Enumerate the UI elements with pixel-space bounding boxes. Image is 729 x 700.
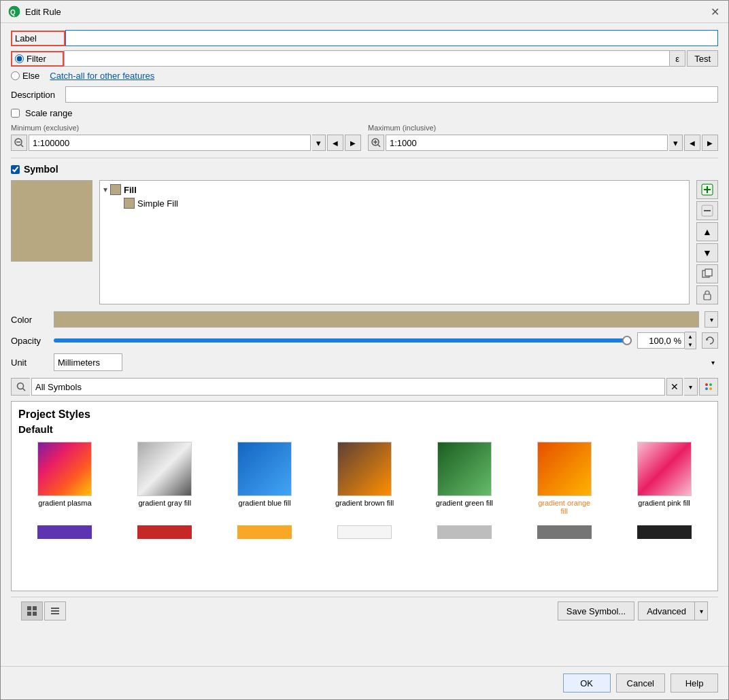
style-item-r2-dgray[interactable] — [518, 525, 611, 539]
svg-rect-24 — [33, 606, 37, 610]
else-radio[interactable] — [11, 71, 20, 80]
fill-label: Fill — [124, 185, 137, 195]
style-item-r2-red[interactable] — [118, 525, 211, 539]
filter-radio[interactable] — [15, 54, 24, 63]
advanced-wrap: Advanced ▾ — [638, 601, 708, 620]
svg-point-22 — [709, 387, 712, 390]
dialog-body: Label Filter ε Test Else Catch-all for o… — [1, 23, 728, 666]
separator1 — [11, 158, 718, 158]
label-input[interactable] — [65, 30, 718, 46]
maximum-scale-arrow2[interactable]: ▶ — [702, 135, 718, 151]
fill-color-preview — [110, 184, 121, 195]
style-item-r2-lgray[interactable] — [418, 525, 511, 539]
style-name-blue: gradient blue fill — [239, 499, 291, 507]
style-item-r2-purple[interactable] — [18, 525, 112, 539]
style-swatch-r2-black — [637, 525, 692, 539]
filter-label-wrap: Filter — [11, 51, 64, 67]
advanced-button[interactable]: Advanced — [638, 601, 694, 620]
zoom-in-button[interactable] — [368, 135, 384, 151]
scale-range-checkbox[interactable] — [11, 109, 20, 118]
maximum-scale-group: Maximum (inclusive) ▾ ◀ ▶ — [368, 124, 718, 151]
maximum-scale-dropdown[interactable]: ▾ — [669, 135, 683, 151]
help-button[interactable]: Help — [671, 673, 718, 693]
maximum-scale-arrow1[interactable]: ◀ — [684, 135, 700, 151]
zoom-out-button[interactable] — [11, 135, 27, 151]
style-manager-button[interactable] — [699, 378, 718, 396]
opacity-spin-down[interactable]: ▼ — [685, 340, 696, 349]
simple-fill-color-preview — [124, 198, 135, 209]
style-item-gray[interactable]: gradient gray fill — [118, 442, 211, 515]
test-button[interactable]: Test — [687, 50, 718, 67]
duplicate-button[interactable] — [696, 264, 718, 283]
style-item-blue[interactable]: gradient blue fill — [218, 442, 311, 515]
color-dropdown-button[interactable]: ▾ — [705, 311, 718, 328]
simple-fill-item: Simple Fill — [103, 198, 685, 209]
opacity-value-input[interactable] — [637, 332, 685, 349]
scale-range-row: Scale range — [11, 108, 718, 118]
style-swatch-r2-purple — [37, 525, 92, 539]
fill-expand-arrow[interactable]: ▾ — [103, 185, 107, 194]
minimum-scale-label: Minimum (exclusive) — [11, 124, 361, 132]
filter-input[interactable] — [64, 50, 669, 67]
minimum-scale-input-wrap: ▾ ◀ ▶ — [11, 135, 361, 151]
opacity-spin: ▲ ▼ — [685, 332, 696, 349]
opacity-slider[interactable] — [54, 338, 632, 343]
opacity-row: Opacity ▲ ▼ — [11, 332, 718, 349]
symbol-area: ▾ Fill Simple Fill ▲ ▼ — [11, 180, 718, 304]
minimum-scale-group: Minimum (exclusive) ▾ ◀ ▶ — [11, 124, 361, 151]
move-up-button[interactable]: ▲ — [696, 222, 718, 241]
style-swatch-r2-white — [337, 525, 392, 539]
style-swatch-r2-red — [137, 525, 192, 539]
scale-range-label: Scale range — [25, 108, 72, 118]
search-dropdown-button[interactable]: ▾ — [684, 378, 698, 396]
style-item-plasma[interactable]: gradient plasma — [18, 442, 112, 515]
search-symbols-row: ✕ ▾ — [11, 378, 718, 396]
svg-point-20 — [709, 383, 712, 386]
move-down-button[interactable]: ▼ — [696, 243, 718, 262]
symbol-tree: ▾ Fill Simple Fill — [99, 180, 690, 304]
lock-button[interactable] — [696, 285, 718, 304]
remove-symbol-button[interactable] — [696, 201, 718, 220]
unit-label: Unit — [11, 357, 48, 368]
save-symbol-button[interactable]: Save Symbol... — [558, 601, 634, 620]
simple-fill-label: Simple Fill — [137, 198, 178, 209]
maximum-scale-input[interactable] — [386, 135, 668, 151]
minimum-scale-dropdown[interactable]: ▾ — [312, 135, 326, 151]
opacity-reset-button[interactable] — [702, 332, 718, 349]
style-item-pink[interactable]: gradient pink fill — [617, 442, 711, 515]
dialog-title: Edit Rule — [25, 7, 61, 17]
style-item-brown[interactable]: gradient brown fill — [318, 442, 411, 515]
view-buttons — [21, 601, 66, 620]
cancel-button[interactable]: Cancel — [616, 673, 665, 693]
style-item-orange[interactable]: gradient orange fill — [518, 442, 611, 515]
qgis-logo-icon: Q — [7, 5, 21, 18]
color-swatch[interactable] — [54, 311, 699, 328]
unit-select[interactable]: Millimeters Pixels Points Inches Map uni… — [54, 353, 122, 371]
description-input[interactable] — [65, 86, 718, 103]
symbol-preview — [11, 180, 92, 262]
grid-view-button[interactable] — [21, 601, 43, 620]
style-item-r2-yellow[interactable] — [218, 525, 311, 539]
style-item-r2-white[interactable] — [318, 525, 411, 539]
minimum-scale-input[interactable] — [29, 135, 311, 151]
search-symbols-input[interactable] — [31, 378, 665, 396]
style-item-green[interactable]: gradient green fill — [418, 442, 511, 515]
svg-line-8 — [378, 145, 380, 147]
epsilon-button[interactable]: ε — [669, 50, 685, 67]
add-symbol-button[interactable] — [696, 180, 718, 199]
minimum-scale-arrow1[interactable]: ◀ — [327, 135, 343, 151]
list-view-button[interactable] — [44, 601, 66, 620]
save-area: Save Symbol... Advanced ▾ — [558, 601, 708, 620]
style-item-r2-black[interactable] — [617, 525, 711, 539]
close-button[interactable]: ✕ — [708, 5, 722, 18]
advanced-dropdown-button[interactable]: ▾ — [694, 601, 708, 620]
ok-button[interactable]: OK — [563, 673, 611, 693]
symbol-checkbox[interactable] — [11, 165, 20, 174]
style-name-gray: gradient gray fill — [138, 499, 191, 507]
search-clear-button[interactable]: ✕ — [666, 378, 683, 396]
opacity-spin-up[interactable]: ▲ — [685, 332, 696, 340]
svg-line-4 — [21, 145, 23, 147]
catch-all-link[interactable]: Catch-all for other features — [50, 71, 154, 81]
svg-line-18 — [22, 389, 25, 391]
minimum-scale-arrow2[interactable]: ▶ — [345, 135, 361, 151]
